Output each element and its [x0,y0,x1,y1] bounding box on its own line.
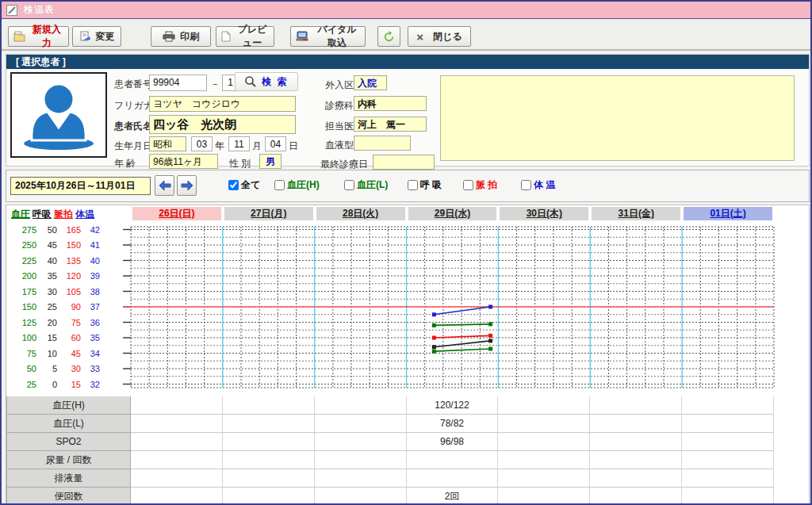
new-entry-button[interactable]: 新規入力 [8,26,69,47]
search-button[interactable]: 検 索 [235,72,298,91]
table-cell [315,451,407,469]
filter-checkbox-3[interactable]: 呼 吸 [408,178,463,192]
table-cell [590,469,682,488]
day-header-2[interactable]: 28日(火) [316,207,405,220]
table-cell [498,433,590,451]
axis-tick-temp: 33 [82,364,100,373]
date-range-field[interactable]: 2025年10月26日～11月01日 [10,177,151,195]
birth-month-field[interactable]: 11 [228,136,250,151]
table-cell [315,415,407,433]
filter-checkbox-1[interactable]: 血圧(H) [274,178,344,192]
filter-checkbox-input-0[interactable] [228,180,239,190]
axis-tick-pulse: 90 [59,302,81,312]
axis-tick-pulse: 60 [59,333,81,342]
table-cell [315,396,407,415]
patient-name-field[interactable]: 四ッ谷 光次朗 [149,115,296,134]
series-line-1 [434,324,490,326]
patient-number-input[interactable]: 99904 [149,75,207,91]
filter-checkbox-0[interactable]: 全て [228,178,274,192]
table-cell [131,415,223,433]
data-point [432,350,436,354]
gender-label: 性 別 [229,157,251,170]
vital-import-button[interactable]: バイタル取込 [290,26,366,47]
next-week-button[interactable] [177,175,197,196]
page-icon [221,31,231,42]
axis-tick-resp: 0 [38,380,57,389]
app-window: 検温表 新規入力 変更 印刷 [0,0,812,505]
day-header-3[interactable]: 29日(水) [408,207,497,220]
axis-tick-temp: 41 [82,240,100,250]
axis-tick-resp: 30 [38,287,57,296]
last-visit-field [373,155,435,170]
person-icon [17,78,100,151]
dept-label: 診療科 [325,99,354,113]
filter-checkbox-input-5[interactable] [521,180,531,190]
table-cell [223,396,315,415]
axis-tick-pulse: 30 [59,364,81,373]
edit-button[interactable]: 変更 [72,26,121,47]
data-point [432,336,436,340]
table-cell [682,469,774,488]
data-point [432,345,436,349]
age-field: 96歳11ヶ月 [149,154,218,169]
series-line-3 [434,341,490,347]
selected-patient-panel: [ 選択患者 ] 患者番号 99904 － 1 検 索 フリガナ ヨツヤ コウジ… [6,54,810,166]
month-suffix: 月 [252,140,262,153]
filter-checkbox-input-4[interactable] [463,180,473,190]
right-arrow-icon [181,180,193,191]
prev-week-button[interactable] [155,175,174,196]
birth-era-field[interactable]: 昭和 [149,136,186,151]
preview-label: プレビュー [236,23,269,50]
axis-tick-resp: 15 [38,333,57,342]
series-filter-checkboxes: 全て血圧(H)血圧(L)呼 吸脈 拍体 温 [228,178,569,192]
day-header-0[interactable]: 26日(日) [132,207,221,220]
axis-tick-resp: 45 [38,240,57,250]
axis-tick-resp: 25 [38,302,57,312]
edit-label: 変更 [96,30,115,44]
filter-checkbox-input-2[interactable] [344,180,354,190]
refresh-button[interactable] [377,26,400,47]
print-label: 印刷 [180,30,199,44]
close-button[interactable]: × 閉じる [408,26,471,47]
gender-field: 男 [259,154,282,169]
filter-checkbox-input-3[interactable] [408,180,418,190]
print-button[interactable]: 印刷 [151,26,211,47]
series-line-2 [434,335,490,338]
axis-tick-pulse: 105 [59,287,81,296]
birth-day-field[interactable]: 04 [265,136,286,151]
axis-tick-temp: 39 [82,271,100,281]
search-label: 検 索 [262,75,288,89]
birth-year-field[interactable]: 03 [191,136,213,151]
filter-checkbox-2[interactable]: 血圧(L) [344,178,408,192]
axis-tick-bp: 200 [11,271,36,281]
axis-tick-bp: 50 [11,364,36,373]
preview-button[interactable]: プレビュー [216,26,274,47]
axis-tick-resp: 20 [38,318,57,327]
filter-checkbox-label: 脈 拍 [476,178,497,192]
memo-field[interactable] [440,75,795,161]
filter-checkbox-5[interactable]: 体 温 [521,178,569,192]
filter-checkbox-4[interactable]: 脈 拍 [463,178,521,192]
toolbar: 新規入力 変更 印刷 プレビュー [2,20,810,51]
printer-icon [163,31,175,42]
axis-tick-resp: 40 [38,256,57,266]
axis-tick-bp: 75 [11,349,36,358]
day-header-1[interactable]: 27日(月) [224,207,313,220]
pencil-icon [6,5,17,16]
day-header-6[interactable]: 01日(土) [684,207,772,220]
table-cell [315,488,407,505]
axis-tick-temp: 38 [82,287,100,296]
series-line-4 [434,349,490,351]
table-cell: 2回 [407,488,499,505]
table-cell [131,469,223,488]
kana-field[interactable]: ヨツヤ コウジロウ [149,96,296,112]
birth-label: 生年月日 [114,140,152,153]
axis-tick-temp: 36 [82,318,100,327]
day-header-5[interactable]: 31日(金) [592,207,680,220]
day-header-4[interactable]: 30日(木) [500,207,588,220]
filter-checkbox-input-1[interactable] [274,180,285,190]
table-row-label-5: 便回数 [6,488,131,505]
axis-tick-resp: 10 [38,349,57,358]
axis-tick-bp: 25 [11,380,36,389]
table-cell [131,433,223,451]
